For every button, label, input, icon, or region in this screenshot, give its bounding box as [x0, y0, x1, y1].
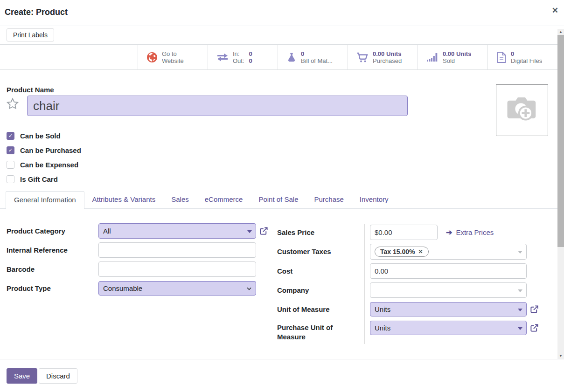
create-product-modal: Create: Product ✕ Print Labels Go toWebs… [0, 0, 564, 392]
close-icon[interactable]: ✕ [552, 6, 558, 15]
external-link-icon[interactable] [530, 323, 539, 332]
camera-plus-icon [505, 95, 539, 126]
product-type-row: Product Type Consumable [7, 281, 275, 296]
caret-down-icon [518, 251, 522, 254]
can-be-expensed-row[interactable]: Can be Expensed [7, 158, 81, 172]
product-image-upload[interactable] [496, 84, 548, 136]
customer-taxes-dropdown[interactable]: Tax 15.00% ✕ [370, 244, 527, 260]
product-name-label: Product Name [7, 86, 54, 94]
modal-footer: Save Discard [0, 359, 564, 392]
extra-prices-link[interactable]: ➔ Extra Prices [446, 228, 494, 237]
barcode-row: Barcode [7, 261, 275, 277]
arrow-right-icon: ➔ [446, 228, 452, 237]
field-label: Barcode [7, 265, 94, 274]
field-label: Sales Price [277, 228, 364, 237]
external-link-icon[interactable] [259, 227, 268, 235]
stat-label: 0Bill of Mat... [301, 50, 333, 64]
field-label: Company [277, 286, 364, 295]
is-gift-card-row[interactable]: Is Gift Card [7, 172, 81, 186]
tab-attributes-variants[interactable]: Attributes & Variants [84, 191, 164, 209]
general-info-left-group: Product Category All Internal Reference … [7, 223, 275, 300]
cost-row: Cost [277, 263, 557, 279]
scroll-up-icon[interactable]: ▲ [557, 29, 564, 35]
field-label: Unit of Measure [277, 305, 364, 314]
go-to-website-button[interactable]: Go toWebsite [138, 45, 208, 69]
tab-point-of-sale[interactable]: Point of Sale [251, 191, 306, 209]
barcode-input[interactable] [98, 261, 256, 277]
in-out-button[interactable]: In:0 Out:0 [208, 45, 278, 69]
caret-down-icon [518, 309, 522, 311]
discard-button[interactable]: Discard [39, 368, 77, 384]
file-icon [496, 51, 507, 63]
can-be-purchased-row[interactable]: ✓ Can be Purchased [7, 143, 81, 158]
stat-label: Go toWebsite [162, 50, 184, 64]
sales-price-row: Sales Price ➔ Extra Prices [277, 225, 557, 240]
scrollbar-thumb[interactable] [557, 35, 564, 247]
field-label: Product Type [7, 284, 94, 293]
field-label: Product Category [7, 227, 94, 236]
print-labels-button[interactable]: Print Labels [7, 28, 54, 41]
uom-dropdown[interactable]: Units [370, 302, 527, 316]
internal-reference-input[interactable] [98, 242, 256, 258]
cost-input[interactable] [370, 263, 527, 279]
bill-of-materials-button[interactable]: 0Bill of Mat... [278, 45, 348, 69]
vertical-scrollbar[interactable]: ▲ ▼ [557, 29, 564, 359]
product-category-dropdown[interactable]: All [98, 223, 256, 239]
field-label: Purchase Unit of Measure [277, 321, 364, 342]
units-sold-button[interactable]: 0.00 UnitsSold [418, 45, 487, 69]
tab-inventory[interactable]: Inventory [352, 191, 397, 209]
checkbox-checked[interactable]: ✓ [7, 146, 14, 154]
stat-label: 0.00 UnitsPurchased [373, 50, 402, 64]
caret-down-icon [518, 327, 522, 330]
can-be-sold-row[interactable]: ✓ Can be Sold [7, 129, 81, 143]
company-dropdown[interactable] [370, 282, 527, 298]
sales-price-input[interactable] [370, 225, 438, 240]
save-button[interactable]: Save [7, 368, 37, 384]
product-flags: ✓ Can be Sold ✓ Can be Purchased Can be … [7, 129, 81, 186]
flask-icon [286, 52, 297, 63]
stat-label: 0Digital Files [511, 50, 542, 64]
general-info-right-group: Sales Price ➔ Extra Prices Customer Taxe… [277, 225, 557, 345]
modal-header: Create: Product ✕ [0, 0, 564, 26]
checkbox-unchecked[interactable] [7, 175, 14, 183]
company-row: Company [277, 282, 557, 298]
customer-taxes-row: Customer Taxes Tax 15.00% ✕ [277, 244, 557, 260]
external-link-icon[interactable] [530, 305, 539, 314]
globe-icon [146, 52, 158, 63]
tax-tag: Tax 15.00% ✕ [375, 247, 429, 257]
internal-reference-row: Internal Reference [7, 242, 275, 258]
bar-chart-icon [426, 52, 439, 63]
product-type-select[interactable]: Consumable [98, 281, 256, 296]
label-divider [364, 224, 365, 344]
caret-down-icon [518, 289, 522, 292]
stat-button-row: Go toWebsite In:0 Out:0 0Bill of Mat... [0, 44, 557, 70]
tab-purchase[interactable]: Purchase [306, 191, 351, 209]
tab-sales[interactable]: Sales [163, 191, 197, 209]
field-label: Customer Taxes [277, 247, 364, 256]
checkbox-unchecked[interactable] [7, 161, 14, 169]
label-divider [94, 222, 94, 297]
remove-tag-icon[interactable]: ✕ [418, 248, 423, 255]
in-out-values: In:0 Out:0 [233, 50, 252, 64]
transfer-arrows-icon [216, 52, 229, 62]
stat-label: 0.00 UnitsSold [443, 50, 471, 64]
product-name-input[interactable] [27, 96, 408, 116]
modal-title: Create: Product [5, 7, 68, 17]
field-label: Internal Reference [7, 246, 94, 255]
scroll-down-icon[interactable]: ▼ [557, 353, 564, 359]
tab-general-information[interactable]: General Information [6, 191, 84, 209]
unit-of-measure-row: Unit of Measure Units [277, 302, 557, 317]
cart-icon [356, 52, 369, 63]
product-category-row: Product Category All [7, 223, 275, 239]
chevron-down-icon [246, 285, 252, 292]
field-label: Cost [277, 267, 364, 276]
favorite-star-icon[interactable] [6, 97, 20, 113]
digital-files-button[interactable]: 0Digital Files [487, 45, 557, 69]
purchase-uom-dropdown[interactable]: Units [370, 321, 527, 335]
notebook-tabs: General Information Attributes & Variant… [0, 191, 557, 209]
checkbox-checked[interactable]: ✓ [7, 132, 14, 140]
caret-down-icon [247, 230, 252, 233]
tab-ecommerce[interactable]: eCommerce [197, 191, 251, 209]
units-purchased-button[interactable]: 0.00 UnitsPurchased [348, 45, 418, 69]
purchase-uom-row: Purchase Unit of Measure Units [277, 321, 557, 342]
